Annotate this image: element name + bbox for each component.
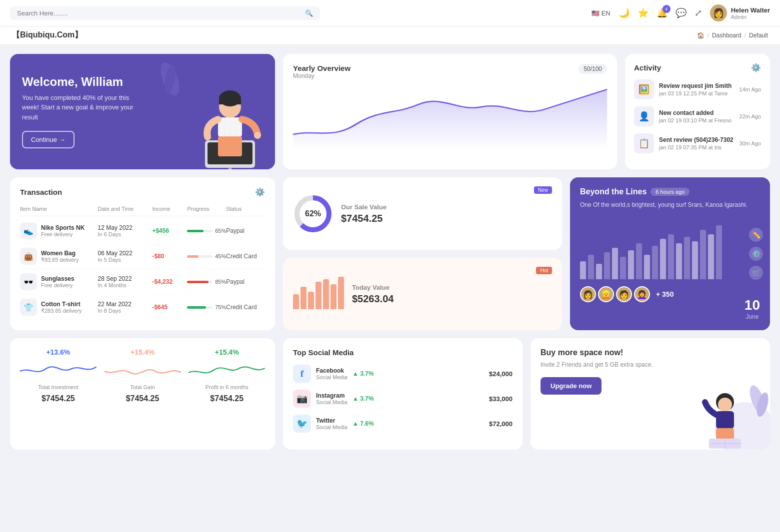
row-1: Welcome, William You have completed 40% … [10,54,770,169]
sales-stack: 62% Our Sale Value $7454.25 New Today Va… [283,177,562,330]
sale-value: $7454.25 [341,213,386,224]
beyond-date: 10 June [744,297,760,320]
activity-title: Activity [634,63,661,72]
social-platform-icon: 𝐟 [293,365,311,383]
sale-info: Our Sale Value $7454.25 [341,203,386,224]
transaction-header: Transaction ⚙️ [20,187,265,197]
yearly-title: Yearly Overview [293,64,350,72]
buy-illustration [680,380,770,450]
avatar-3: 🧑 [616,286,632,302]
stats-card: +13.6% Total Investment $7454.25 +15.4% … [10,338,275,450]
beyond-edit-icon[interactable]: ✏️ [749,228,763,242]
notification-icon[interactable]: 🔔 4 [656,7,668,18]
activity-header: Activity ⚙️ [634,63,761,72]
welcome-card: Welcome, William You have completed 40% … [10,54,275,169]
item-icon: 👕 [20,299,37,316]
beyond-bar [652,246,658,280]
activity-settings-icon[interactable]: ⚙️ [751,63,761,72]
social-platform-icon: 🐦 [293,415,311,433]
sale-new-card: 62% Our Sale Value $7454.25 New [283,177,562,250]
beyond-bar [596,264,602,280]
beyond-bar [668,234,674,279]
activity-info: New contact added jan 02 19 03:10 PM at … [659,109,734,123]
beyond-card: Beyond the Lines 6 hours ago One Of the … [570,177,770,330]
bookmark-icon[interactable]: ⭐ [638,7,648,18]
beyond-bar [644,255,650,280]
activity-thumb: 📋 [634,133,654,153]
activity-list: 🖼️ Review request jim Smith jan 03 19 12… [634,79,761,153]
item-icon: 👜 [20,248,37,265]
beyond-bar [716,225,722,279]
message-icon[interactable]: 💬 [676,7,686,18]
beyond-title: Beyond the Lines [580,187,646,196]
transaction-settings-icon[interactable]: ⚙️ [255,187,265,197]
transaction-title: Transaction [20,188,62,196]
upgrade-button[interactable]: Upgrade now [540,377,602,395]
yearly-card-header: Yearly Overview Monday 50/100 [293,64,607,79]
breadcrumb-bar: 【Biqubiqu.Com】 🏠 / Dashboard / Default [0,26,780,45]
brand-logo: 【Biqubiqu.Com】 [12,30,82,40]
activity-item: 🖼️ Review request jim Smith jan 03 19 12… [634,79,761,99]
table-row: 👕 Cotton T-shirt ₹283.65 delivery 22 Mar… [20,295,265,320]
activity-thumb: 👤 [634,106,654,126]
beyond-bar [700,230,706,279]
beyond-bar [588,255,594,280]
stat-wave [20,360,96,380]
beyond-settings-icon[interactable]: ⚙️ [749,247,763,261]
mini-bar [323,279,329,309]
activity-time: 22m Ago [740,113,761,119]
search-input[interactable] [17,9,301,17]
stat-item: +15.4% Total Gain $7454.25 [104,348,181,440]
beyond-bar [708,234,714,279]
social-platform-icon: 📷 [293,390,311,408]
user-profile[interactable]: 👩 Helen Walter Admin [710,4,770,21]
transaction-card: Transaction ⚙️ Item Name Date and Time I… [10,177,275,330]
transaction-rows: 👟 Nike Sports NK Free delivery 12 May 20… [20,218,265,320]
yearly-overview-card: Yearly Overview Monday 50/100 [283,54,617,169]
mini-bar-chart [293,279,344,309]
notification-badge: 4 [662,5,670,13]
svg-rect-25 [716,428,734,439]
buy-space-card: Buy more space now! Invite 2 Friends and… [530,338,770,450]
item-icon: 👟 [20,222,37,239]
activity-time: 30m Ago [740,140,761,146]
welcome-illustration [180,84,275,169]
social-title: Top Social Media [293,348,512,357]
mini-bar [330,284,336,309]
beyond-avatars: 👩 👱 🧑 👩‍🦱 + 350 [580,286,760,302]
home-icon[interactable]: 🏠 [697,32,704,39]
hot-badge: Hot [536,267,552,274]
stat-item: +15.4% Profit in 6 months $7454.25 [188,348,265,440]
search-bar[interactable]: 🔍 [10,6,320,20]
fullscreen-icon[interactable]: ⤢ [694,7,702,18]
avatar: 👩 [710,4,727,21]
table-row: 👟 Nike Sports NK Free delivery 12 May 20… [20,218,265,244]
avatar-1: 👩 [580,286,596,302]
stat-item: +13.6% Total Investment $7454.25 [20,348,96,440]
continue-button[interactable]: Continue → [22,131,74,148]
svg-point-23 [718,398,732,412]
search-icon: 🔍 [305,9,313,17]
sale-hot-label: Today Value [352,284,394,291]
social-item: 📷 Instagram Social Media ▲ 3.7% $33,000 [293,390,512,408]
social-items: 𝐟 Facebook Social Media ▲ 3.7% $24,000 📷… [293,365,512,433]
activity-info: Sent review (504)236-7302 jan 02 19 07:3… [659,136,734,150]
beyond-bar [604,252,610,279]
table-header: Item Name Date and Time Income Progress … [20,204,265,216]
beyond-bar [628,250,634,280]
activity-item: 👤 New contact added jan 02 19 03:10 PM a… [634,106,761,126]
social-item: 🐦 Twitter Social Media ▲ 7.6% $72,000 [293,415,512,433]
language-selector[interactable]: 🇺🇸 EN [592,9,610,17]
dark-mode-toggle[interactable]: 🌙 [618,7,630,18]
sale-hot-value: $5263.04 [352,293,394,305]
beyond-cart-icon[interactable]: 🛒 [749,266,763,280]
yearly-chart [293,84,607,144]
activity-info: Review request jim Smith jan 03 19 12:25… [659,82,734,96]
activity-time: 14m Ago [740,86,761,92]
breadcrumb: 🏠 / Dashboard / Default [697,32,768,39]
beyond-desc: One Of the world,s brightest, young surf… [580,200,760,209]
beyond-bar [660,239,666,279]
mini-bar [316,282,322,309]
beyond-bar [692,241,698,280]
beyond-bar [636,243,642,279]
